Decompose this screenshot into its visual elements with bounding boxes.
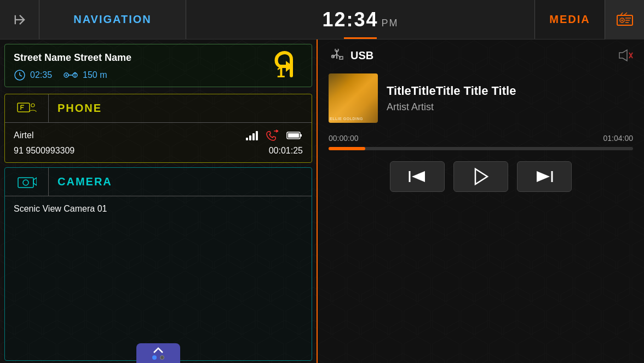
svg-point-4 <box>621 19 623 21</box>
scroll-indicator[interactable] <box>136 343 180 363</box>
album-art-image <box>329 73 378 123</box>
time-total: 01:04:00 <box>603 134 634 143</box>
prev-track-icon <box>407 169 427 184</box>
track-artist: Artist Artist <box>387 101 633 113</box>
svg-point-20 <box>66 75 67 76</box>
nav-distance-item: 150 m <box>63 69 107 81</box>
clock-icon <box>14 69 26 81</box>
phone-icon-container[interactable] <box>5 94 49 122</box>
ampm-label: PM <box>382 18 399 29</box>
phone-icon <box>16 100 37 117</box>
svg-rect-2 <box>617 15 633 25</box>
svg-rect-33 <box>288 133 299 138</box>
nav-arrow-button[interactable] <box>0 0 39 39</box>
nav-details: 02:35 150 m <box>14 69 303 81</box>
svg-text:1: 1 <box>277 64 285 81</box>
turn-arrow-icon: 1 <box>261 46 305 84</box>
svg-rect-46 <box>340 56 343 59</box>
scroll-dot-inactive <box>160 355 164 360</box>
media-section: MEDIA <box>534 0 644 39</box>
svg-marker-57 <box>537 171 550 182</box>
camera-header: CAMERA <box>5 168 312 196</box>
camera-section: CAMERA Scenic View Camera 01 <box>4 167 312 361</box>
media-radio-icon <box>615 10 635 30</box>
time-section: 12:34PM <box>186 0 534 39</box>
svg-point-37 <box>23 180 28 185</box>
camera-body: Scenic View Camera 01 <box>5 196 312 222</box>
mute-icon[interactable] <box>617 48 633 63</box>
signal-bars-icon <box>246 131 258 140</box>
nav-section: NAVIGATION <box>0 0 186 39</box>
usb-row: USB <box>329 48 633 63</box>
phone-section: PHONE Airtel <box>4 94 312 163</box>
phone-number: 91 9500993309 <box>14 146 74 156</box>
camera-icon-container[interactable] <box>5 168 49 196</box>
nav-time-value: 02:35 <box>30 70 52 80</box>
progress-section: 00:00:00 01:04:00 <box>329 134 633 150</box>
svg-rect-36 <box>18 178 33 188</box>
next-track-button[interactable] <box>517 161 572 192</box>
track-details: TitleTitleTitle Title Title Artist Artis… <box>387 84 633 113</box>
phone-body: Airtel <box>5 123 312 162</box>
phone-status-icons <box>246 129 303 141</box>
phone-number-row: 91 9500993309 00:01:25 <box>14 146 303 156</box>
svg-line-16 <box>20 75 22 76</box>
call-duration: 00:01:25 <box>269 146 303 156</box>
nav-distance-value: 150 m <box>83 70 107 80</box>
track-info: ELLIE GOLDING TitleTitleTitle Title Titl… <box>329 73 633 123</box>
album-artist-overlay: ELLIE GOLDING <box>330 117 363 121</box>
missed-call-icon <box>264 129 280 141</box>
svg-marker-55 <box>475 169 487 184</box>
right-panel: USB ELLIE GOLDING TitleTitleTitle Title … <box>318 39 644 363</box>
media-label[interactable]: MEDIA <box>535 13 605 26</box>
navigation-arrow-icon <box>12 12 27 27</box>
svg-marker-54 <box>412 171 425 182</box>
street-name: Street Name Street Name <box>14 52 303 64</box>
time-display: 12:34PM <box>322 8 398 31</box>
scroll-dots <box>152 355 164 360</box>
usb-icon <box>329 49 345 62</box>
carrier-name: Airtel <box>14 131 33 140</box>
prev-track-button[interactable] <box>390 161 445 192</box>
nav-info-panel: Street Name Street Name 02:35 <box>4 44 312 87</box>
main-content: Street Name Street Name 02:35 <box>0 39 644 363</box>
top-bar: NAVIGATION 12:34PM MEDIA <box>0 0 644 39</box>
play-icon <box>471 168 491 185</box>
camera-view-name: Scenic View Camera 01 <box>14 204 107 213</box>
album-art: ELLIE GOLDING <box>329 73 378 123</box>
track-title: TitleTitleTitle Title Title <box>387 84 633 98</box>
media-icon-button[interactable] <box>605 0 644 39</box>
camera-icon <box>17 174 37 190</box>
play-button[interactable] <box>453 161 508 192</box>
next-track-icon <box>534 169 554 184</box>
scroll-dot-active <box>152 355 157 360</box>
camera-title[interactable]: CAMERA <box>49 168 312 196</box>
media-controls <box>329 161 633 192</box>
route-icon <box>63 69 78 81</box>
phone-title[interactable]: PHONE <box>49 94 312 122</box>
phone-carrier-row: Airtel <box>14 129 303 141</box>
svg-point-27 <box>31 104 34 107</box>
usb-label: USB <box>329 49 373 62</box>
left-panel: Street Name Street Name 02:35 <box>0 39 318 363</box>
time-row: 00:00:00 01:04:00 <box>329 134 633 143</box>
battery-icon <box>286 131 303 140</box>
navigation-label[interactable]: NAVIGATION <box>39 13 186 26</box>
progress-bar-fill <box>329 147 365 150</box>
nav-time-item: 02:35 <box>14 69 52 81</box>
media-source-label: USB <box>350 49 373 62</box>
svg-line-44 <box>337 54 341 58</box>
scroll-up-icon <box>153 347 164 354</box>
progress-bar[interactable] <box>329 147 633 150</box>
time-current: 00:00:00 <box>329 134 359 143</box>
turn-indicator: 1 <box>261 46 305 86</box>
svg-marker-38 <box>33 178 37 185</box>
phone-header: PHONE <box>5 94 312 123</box>
time-value: 12:34 <box>322 8 378 31</box>
svg-marker-50 <box>619 50 627 61</box>
